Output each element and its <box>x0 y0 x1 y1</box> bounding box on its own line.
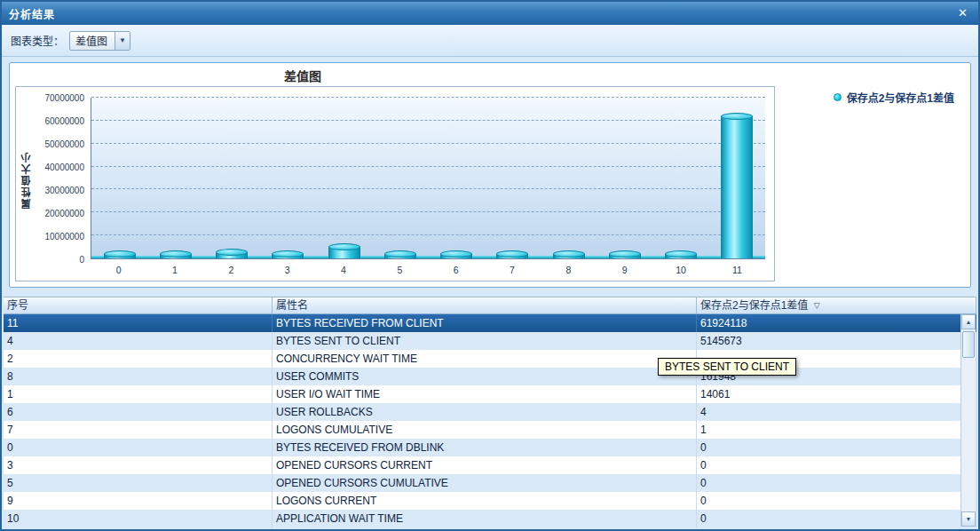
cell-attribute: LOGONS CURRENT <box>273 492 697 510</box>
bar-category-5[interactable] <box>384 254 416 258</box>
bar-category-10[interactable] <box>665 254 697 258</box>
cell-diff-value: 4 <box>697 403 976 421</box>
chart-plot-frame: 属性值大小 0100000002000000030000000400000005… <box>15 86 775 281</box>
chart-type-label: 图表类型： <box>11 33 64 48</box>
cell-index: 3 <box>4 456 273 474</box>
plot-area <box>91 98 765 259</box>
bar-category-9[interactable] <box>609 254 641 258</box>
chart-type-dropdown[interactable]: 差值图 ▼ <box>69 31 130 51</box>
chevron-down-icon: ▼ <box>115 32 130 50</box>
y-tick-label: 20000000 <box>45 209 85 218</box>
sort-indicator-icon: ▽ <box>814 301 820 310</box>
cell-index: 5 <box>4 474 273 492</box>
table-row[interactable]: 1USER I/O WAIT TIME14061 <box>4 385 976 403</box>
bar-category-11[interactable] <box>721 116 753 258</box>
cell-index: 6 <box>4 403 273 421</box>
cell-index: 1 <box>4 385 273 403</box>
table-row[interactable]: 10APPLICATION WAIT TIME0 <box>4 510 976 527</box>
grid-line <box>91 234 765 235</box>
header-label-index: 序号 <box>7 299 28 312</box>
scrollbar-thumb[interactable] <box>962 331 975 358</box>
bar-top-ellipse <box>496 250 528 258</box>
cell-attribute: BYTES RECEIVED FROM CLIENT <box>273 314 697 332</box>
cell-diff-value: 0 <box>697 439 976 456</box>
cell-attribute: CONCURRENCY WAIT TIME <box>273 350 697 368</box>
bar-category-1[interactable] <box>160 254 192 258</box>
x-tick-label: 9 <box>622 265 628 275</box>
y-tick-label: 50000000 <box>45 139 85 149</box>
scroll-up-icon[interactable]: ▲ <box>961 314 976 329</box>
bar-top-ellipse <box>272 250 304 258</box>
chart-type-value: 差值图 <box>70 33 115 48</box>
grid-line <box>91 211 765 212</box>
cell-index: 10 <box>4 510 273 527</box>
bar-top-ellipse <box>328 243 360 250</box>
cell-attribute: APPLICATION WAIT TIME <box>273 510 697 527</box>
cell-diff-value: 14061 <box>697 385 976 403</box>
vertical-scrollbar[interactable]: ▲ ▼ <box>960 314 976 527</box>
cell-index: 0 <box>4 439 273 456</box>
chart-panel: 差值图 保存点2与保存点1差值 属性值大小 010000000200000003… <box>9 62 971 288</box>
bar-category-7[interactable] <box>496 254 528 258</box>
cell-index: 8 <box>4 368 273 385</box>
bar-category-6[interactable] <box>440 254 472 258</box>
dialog-titlebar: 分析结果 ✕ <box>2 2 978 25</box>
header-cell-index[interactable]: 序号 <box>4 297 273 313</box>
cell-attribute: BYTES RECEIVED FROM DBLINK <box>273 439 697 456</box>
chart-type-toolbar: 图表类型： 差值图 ▼ <box>2 25 978 57</box>
table-row[interactable]: 4BYTES SENT TO CLIENT5145673 <box>4 332 976 350</box>
table-row[interactable]: 5OPENED CURSORS CUMULATIVE0 <box>4 474 976 492</box>
y-tick-label: 40000000 <box>45 162 85 172</box>
bar-category-0[interactable] <box>104 254 136 258</box>
chart-legend: 保存点2与保存点1差值 <box>834 90 954 105</box>
grid-line <box>91 143 765 144</box>
y-axis-ticks: 0100000002000000030000000400000005000000… <box>16 98 89 259</box>
grid-line <box>91 97 765 98</box>
table-row[interactable]: 9LOGONS CURRENT0 <box>4 492 976 510</box>
bar-category-3[interactable] <box>272 254 304 258</box>
y-tick-label: 70000000 <box>45 93 85 103</box>
x-tick-label: 4 <box>341 265 346 275</box>
table-row[interactable]: 7LOGONS CUMULATIVE1 <box>4 421 976 439</box>
cell-diff-value: 1 <box>697 421 976 439</box>
close-icon[interactable]: ✕ <box>954 2 971 25</box>
scroll-down-icon[interactable]: ▼ <box>961 511 976 527</box>
result-table: 序号 属性名 保存点2与保存点1差值 ▽ 11BYTES RECEIVED FR… <box>4 297 976 527</box>
y-tick-label: 10000000 <box>45 232 85 242</box>
x-tick-label: 11 <box>732 265 742 275</box>
bar-top-ellipse <box>609 250 641 258</box>
x-tick-label: 10 <box>676 265 686 275</box>
bar-category-4[interactable] <box>328 247 360 258</box>
cell-diff-value: 0 <box>697 510 976 527</box>
cell-index: 9 <box>4 492 273 510</box>
header-cell-attribute[interactable]: 属性名 <box>273 297 697 313</box>
legend-swatch-icon <box>834 93 842 101</box>
cell-attribute: USER COMMITS <box>273 368 697 385</box>
grid-line <box>91 120 765 121</box>
table-row[interactable]: 8USER COMMITS161948 <box>4 368 976 385</box>
y-tick-label: 30000000 <box>45 186 85 195</box>
table-row[interactable]: 2CONCURRENCY WAIT TIME <box>4 350 976 368</box>
cell-index: 4 <box>4 332 273 350</box>
bar-top-ellipse <box>665 250 697 258</box>
x-tick-label: 6 <box>454 265 459 275</box>
bar-category-2[interactable] <box>216 252 248 258</box>
x-tick-label: 7 <box>510 265 515 275</box>
table-row[interactable]: 0BYTES RECEIVED FROM DBLINK0 <box>4 439 976 456</box>
bar-category-8[interactable] <box>553 254 585 258</box>
x-tick-label: 0 <box>116 265 122 275</box>
bar-top-ellipse <box>553 250 585 258</box>
cell-attribute: BYTES SENT TO CLIENT <box>273 332 697 350</box>
bar-top-ellipse <box>104 250 136 258</box>
chart-title: 差值图 <box>10 67 596 84</box>
x-tick-label: 1 <box>172 265 178 275</box>
table-row[interactable]: 6USER ROLLBACKS4 <box>4 403 976 421</box>
x-tick-label: 8 <box>565 265 571 275</box>
cell-attribute: USER ROLLBACKS <box>273 403 697 421</box>
grid-line <box>91 188 765 189</box>
header-cell-diff[interactable]: 保存点2与保存点1差值 ▽ <box>697 297 976 313</box>
table-row[interactable]: 11BYTES RECEIVED FROM CLIENT61924118 <box>4 314 976 332</box>
table-row[interactable]: 3OPENED CURSORS CURRENT0 <box>4 456 976 474</box>
cell-index: 11 <box>4 314 273 332</box>
grid-line <box>91 166 765 167</box>
